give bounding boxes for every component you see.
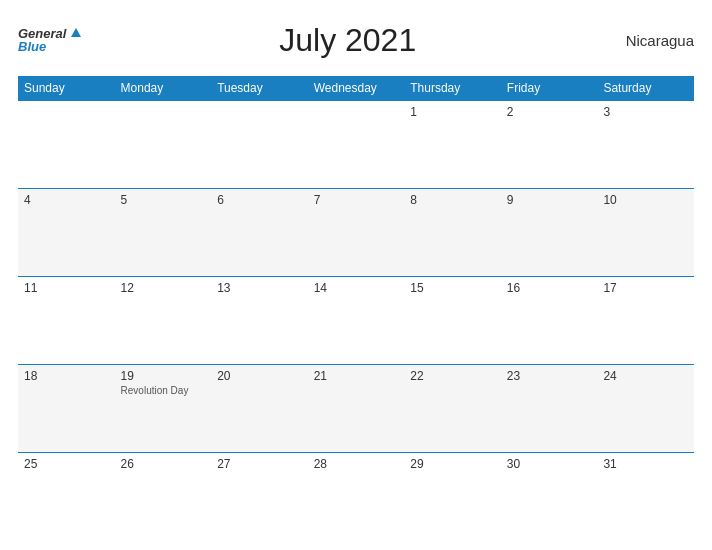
day-number: 21 [314,369,399,383]
day-number: 20 [217,369,302,383]
day-number: 9 [507,193,592,207]
week-row-2: 45678910 [18,188,694,276]
day-cell: 30 [501,452,598,540]
day-number: 11 [24,281,109,295]
day-cell [308,101,405,189]
day-cell: 16 [501,276,598,364]
week-row-5: 25262728293031 [18,452,694,540]
day-number: 12 [121,281,206,295]
day-cell: 3 [597,101,694,189]
calendar-page: General Blue July 2021 Nicaragua Sunday … [0,0,712,550]
day-number: 7 [314,193,399,207]
day-cell: 23 [501,364,598,452]
week-row-1: 123 [18,101,694,189]
day-cell: 21 [308,364,405,452]
day-number: 10 [603,193,688,207]
weekday-header-row: Sunday Monday Tuesday Wednesday Thursday… [18,76,694,101]
day-number: 25 [24,457,109,471]
day-number: 27 [217,457,302,471]
day-number: 29 [410,457,495,471]
day-number: 28 [314,457,399,471]
day-number: 2 [507,105,592,119]
day-number: 23 [507,369,592,383]
day-cell: 18 [18,364,115,452]
day-cell: 12 [115,276,212,364]
day-number: 26 [121,457,206,471]
day-cell: 17 [597,276,694,364]
day-cell: 1 [404,101,501,189]
col-friday: Friday [501,76,598,101]
calendar: Sunday Monday Tuesday Wednesday Thursday… [18,76,694,540]
logo: General Blue [18,27,81,53]
day-cell: 22 [404,364,501,452]
country-label: Nicaragua [614,32,694,49]
day-cell [18,101,115,189]
day-cell: 28 [308,452,405,540]
calendar-title: July 2021 [81,22,614,59]
day-cell: 25 [18,452,115,540]
day-cell: 5 [115,188,212,276]
col-thursday: Thursday [404,76,501,101]
day-number: 4 [24,193,109,207]
day-cell: 31 [597,452,694,540]
header: General Blue July 2021 Nicaragua [18,10,694,70]
day-cell: 11 [18,276,115,364]
col-saturday: Saturday [597,76,694,101]
holiday-label: Revolution Day [121,385,206,396]
day-cell: 10 [597,188,694,276]
day-number: 3 [603,105,688,119]
day-cell: 4 [18,188,115,276]
day-number: 15 [410,281,495,295]
day-number: 6 [217,193,302,207]
day-cell: 29 [404,452,501,540]
day-cell: 27 [211,452,308,540]
col-sunday: Sunday [18,76,115,101]
day-number: 22 [410,369,495,383]
day-number: 13 [217,281,302,295]
week-row-3: 11121314151617 [18,276,694,364]
day-cell [211,101,308,189]
logo-blue-text: Blue [18,40,46,53]
day-number: 5 [121,193,206,207]
day-number: 17 [603,281,688,295]
day-cell: 14 [308,276,405,364]
day-cell [115,101,212,189]
day-number: 14 [314,281,399,295]
col-tuesday: Tuesday [211,76,308,101]
day-cell: 8 [404,188,501,276]
day-cell: 6 [211,188,308,276]
day-cell: 24 [597,364,694,452]
day-cell: 15 [404,276,501,364]
calendar-table: Sunday Monday Tuesday Wednesday Thursday… [18,76,694,540]
day-number: 24 [603,369,688,383]
day-cell: 26 [115,452,212,540]
day-cell: 20 [211,364,308,452]
day-number: 8 [410,193,495,207]
col-monday: Monday [115,76,212,101]
day-number: 16 [507,281,592,295]
day-cell: 9 [501,188,598,276]
day-number: 30 [507,457,592,471]
logo-triangle-icon [71,28,81,37]
col-wednesday: Wednesday [308,76,405,101]
week-row-4: 1819Revolution Day2021222324 [18,364,694,452]
day-cell: 19Revolution Day [115,364,212,452]
day-number: 19 [121,369,206,383]
day-cell: 7 [308,188,405,276]
day-number: 1 [410,105,495,119]
day-number: 18 [24,369,109,383]
day-cell: 13 [211,276,308,364]
day-cell: 2 [501,101,598,189]
day-number: 31 [603,457,688,471]
